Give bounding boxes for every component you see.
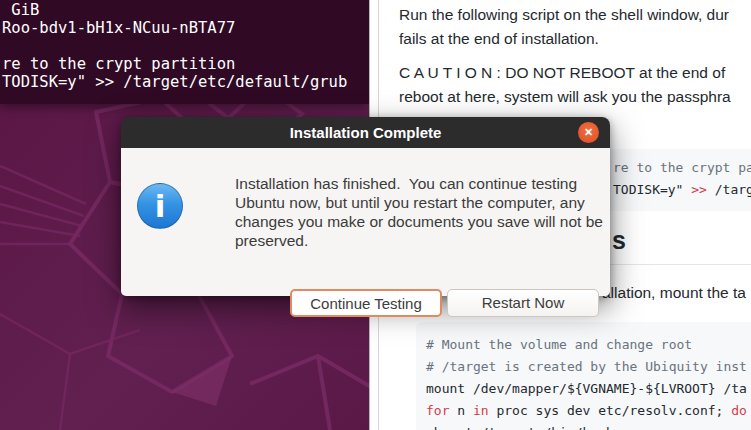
installation-complete-dialog: Installation Complete ✕ i Installation h… [121,117,610,296]
code-line: chroot /target /bin/bash [426,425,614,430]
code-line: mount /dev/mapper/${VGNAME}-${LVROOT} /t… [426,381,747,396]
continue-testing-button[interactable]: Continue Testing [290,289,442,317]
screen: GiB Roo-bdv1-bH1x-NCuu-nBTA77 re to the … [0,0,751,430]
code-keyword: do [731,403,747,418]
doc-paragraph-line: Run the following script on the shell wi… [399,5,729,25]
restart-now-button[interactable]: Restart Now [447,289,599,317]
close-button[interactable]: ✕ [578,122,599,143]
code-text: TODISK=y" [613,182,691,197]
dialog-title: Installation Complete [121,117,610,148]
info-icon-glyph: i [155,188,166,224]
terminal-window[interactable]: GiB Roo-bdv1-bH1x-NCuu-nBTA77 re to the … [0,0,369,104]
section-heading-fragment: s [612,226,626,255]
code-block: # Mount the volume and change root # /ta… [416,322,751,430]
terminal-output-line: re to the crypt partition [2,55,235,73]
doc-paragraph-line: reboot at here, system will ask you the … [399,87,731,107]
doc-paragraph-line: C A U T I O N : DO NOT REBOOT at the end… [399,63,725,83]
dialog-message-line: Installation has finished. You can conti… [235,174,577,193]
code-line: TODISK=y" >> /targ [613,182,751,197]
code-keyword: in [473,403,489,418]
code-operator: >> [691,182,707,197]
code-line: for n in proc sys dev etc/resolv.conf; d… [426,403,747,418]
dialog-body: i Installation has finished. You can con… [121,148,610,296]
code-keyword: for [426,403,449,418]
dialog-message-line: changes you make or documents you save w… [235,212,603,231]
code-line: # Mount the volume and change root [426,337,692,352]
code-text: proc sys dev etc/resolv.conf; [489,403,732,418]
doc-paragraph-line: allation, mount the ta [602,283,746,303]
close-icon: ✕ [584,126,593,138]
code-line: # /target is created by the Ubiquity ins… [426,359,747,374]
code-text: n [449,403,472,418]
terminal-output-line: Roo-bdv1-bH1x-NCuu-nBTA77 [2,19,235,37]
code-line: re to the crypt pa [613,160,751,175]
terminal-output-line: GiB [2,1,39,19]
terminal-output-line: TODISK=y" >> /target/etc/default/grub [2,73,347,91]
info-icon: i [137,183,183,229]
dialog-titlebar[interactable]: Installation Complete ✕ [121,117,610,148]
code-text: /targ [707,182,751,197]
dialog-message-line: Ubuntu now, but until you restart the co… [235,193,585,212]
doc-paragraph-line: fails at the end of installation. [399,29,599,49]
dialog-message-line: preserved. [235,231,308,250]
